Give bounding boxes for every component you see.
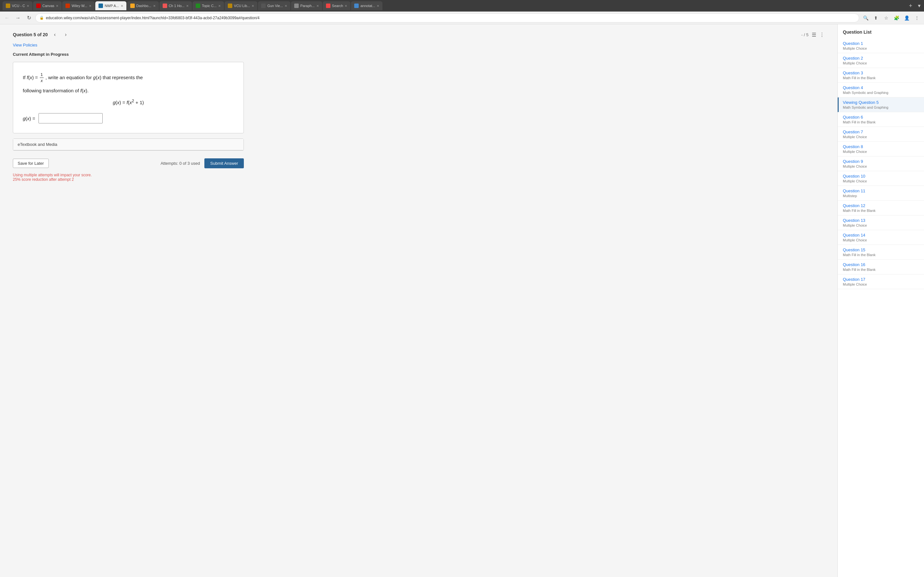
- browser-chrome: VCU - C✕Canvas✕Wiley W...✕NWP A...✕Dashb…: [0, 0, 924, 24]
- sidebar-item-15[interactable]: Question 15Math Fill in the Blank: [838, 245, 924, 259]
- tab-list-button[interactable]: ▼: [917, 3, 921, 8]
- sidebar-item-type-8: Multiple Choice: [843, 150, 919, 153]
- sidebar-item-type-10: Multiple Choice: [843, 179, 919, 183]
- extension-icon-btn[interactable]: 🧩: [892, 13, 901, 23]
- tab-label-gunvie: Gun Vie...: [267, 4, 283, 8]
- profile-icon-btn[interactable]: 👤: [902, 13, 911, 23]
- tab-favicon-canvas: [36, 3, 41, 8]
- sidebar-item-6[interactable]: Question 6Math Fill in the Blank: [838, 112, 924, 127]
- sidebar-item-name-10: Question 10: [843, 174, 919, 179]
- tab-close-search[interactable]: ✕: [344, 4, 347, 8]
- sidebar-item-name-1: Question 1: [843, 41, 919, 46]
- sidebar-item-3[interactable]: Question 3Math Fill in the Blank: [838, 68, 924, 83]
- tab-favicon-gunvie: [261, 3, 266, 8]
- tab-label-ch1ho: Ch 1 Ho...: [169, 4, 185, 8]
- sidebar-item-type-13: Multiple Choice: [843, 223, 919, 227]
- tab-dashbo[interactable]: Dashbo...✕: [127, 1, 159, 10]
- sidebar-item-type-1: Multiple Choice: [843, 47, 919, 50]
- tab-close-dashbo[interactable]: ✕: [153, 4, 156, 8]
- tab-close-nwp[interactable]: ✕: [121, 4, 123, 8]
- sidebar-item-name-15: Question 15: [843, 247, 919, 252]
- save-later-button[interactable]: Save for Later: [13, 159, 49, 168]
- tab-close-annot[interactable]: ✕: [376, 4, 379, 8]
- sidebar-item-5[interactable]: Viewing Question 5Math Symbolic and Grap…: [838, 97, 924, 112]
- tab-nwp[interactable]: NWP A...✕: [95, 1, 126, 10]
- answer-input[interactable]: [39, 113, 103, 123]
- warning-line-2: 25% score reduction after attempt 2: [13, 177, 244, 182]
- sidebar-item-14[interactable]: Question 14Multiple Choice: [838, 230, 924, 245]
- tab-close-topicc[interactable]: ✕: [218, 4, 221, 8]
- more-options-button[interactable]: ⋮: [819, 32, 825, 38]
- next-question-button[interactable]: ›: [62, 31, 69, 39]
- tab-search[interactable]: Search✕: [323, 1, 351, 10]
- sidebar-item-9[interactable]: Question 9Multiple Choice: [838, 156, 924, 171]
- tab-close-paraph[interactable]: ✕: [317, 4, 319, 8]
- new-tab-button[interactable]: +: [906, 1, 915, 10]
- submit-answer-button[interactable]: Submit Answer: [204, 158, 244, 168]
- sidebar-item-type-17: Multiple Choice: [843, 282, 919, 286]
- sidebar-item-2[interactable]: Question 2Multiple Choice: [838, 53, 924, 68]
- math-prefix: If f(x) =: [23, 75, 39, 80]
- list-view-button[interactable]: ☰: [812, 32, 816, 38]
- content-area: Question 5 of 20 ‹ › - / 5 ☰ ⋮ View Poli…: [0, 24, 837, 577]
- lock-icon: 🔒: [39, 16, 44, 20]
- menu-icon-btn[interactable]: ⋮: [913, 13, 921, 23]
- tab-favicon-nwp: [99, 3, 103, 8]
- tab-close-gunvie[interactable]: ✕: [284, 4, 287, 8]
- tab-topicc[interactable]: Topic C...✕: [192, 1, 224, 10]
- sidebar-item-17[interactable]: Question 17Multiple Choice: [838, 274, 924, 289]
- share-icon-btn[interactable]: ⬆: [871, 13, 880, 23]
- tab-annot[interactable]: annotat...✕: [351, 1, 383, 10]
- tab-close-ch1ho[interactable]: ✕: [186, 4, 189, 8]
- forward-button[interactable]: →: [13, 13, 23, 23]
- attempt-banner: Current Attempt in Progress: [13, 52, 825, 57]
- sidebar-item-16[interactable]: Question 16Math Fill in the Blank: [838, 259, 924, 274]
- tab-paraph[interactable]: Paraph...✕: [291, 1, 322, 10]
- sidebar-item-name-8: Question 8: [843, 144, 919, 149]
- sidebar-item-7[interactable]: Question 7Multiple Choice: [838, 127, 924, 142]
- main-layout: Question 5 of 20 ‹ › - / 5 ☰ ⋮ View Poli…: [0, 24, 924, 577]
- sidebar-item-13[interactable]: Question 13Multiple Choice: [838, 215, 924, 230]
- search-icon-btn[interactable]: 🔍: [861, 13, 870, 23]
- view-policies-link[interactable]: View Policies: [13, 43, 37, 47]
- address-bar[interactable]: 🔒 education.wiley.com/was/ui/v2/assessme…: [35, 13, 859, 23]
- bookmark-icon-btn[interactable]: ☆: [882, 13, 891, 23]
- tab-favicon-dashbo: [130, 3, 135, 8]
- back-button[interactable]: ←: [3, 13, 11, 23]
- score-display: - / 5: [801, 32, 809, 37]
- tab-canvas[interactable]: Canvas✕: [33, 1, 61, 10]
- sidebar-item-type-16: Math Fill in the Blank: [843, 268, 919, 271]
- tab-vculib[interactable]: VCU Lib...✕: [225, 1, 257, 10]
- sidebar-item-11[interactable]: Question 11Multistep: [838, 186, 924, 201]
- reload-button[interactable]: ↻: [24, 13, 33, 23]
- sidebar-item-type-11: Multistep: [843, 194, 919, 198]
- sidebar-item-name-12: Question 12: [843, 203, 919, 208]
- tab-close-canvas[interactable]: ✕: [56, 4, 58, 8]
- sidebar-item-name-3: Question 3: [843, 71, 919, 75]
- sidebar-item-10[interactable]: Question 10Multiple Choice: [838, 171, 924, 186]
- tab-favicon-vcu: [6, 3, 10, 8]
- sidebar-item-8[interactable]: Question 8Multiple Choice: [838, 142, 924, 156]
- url-text: education.wiley.com/was/ui/v2/assessment…: [46, 16, 260, 20]
- sidebar-item-type-5: Math Symbolic and Graphing: [843, 105, 919, 109]
- tab-close-vculib[interactable]: ✕: [252, 4, 254, 8]
- tab-close-vcu[interactable]: ✕: [27, 4, 29, 8]
- sidebar-item-4[interactable]: Question 4Math Symbolic and Graphing: [838, 83, 924, 97]
- tab-favicon-search: [326, 3, 330, 8]
- tab-vcu[interactable]: VCU - C✕: [3, 1, 32, 10]
- sidebar-item-name-7: Question 7: [843, 129, 919, 134]
- math-line-2: following transformation of f(x).: [23, 86, 234, 95]
- question-nav-left: Question 5 of 20 ‹ ›: [13, 31, 69, 39]
- sidebar-item-name-6: Question 6: [843, 115, 919, 119]
- tab-wiley[interactable]: Wiley W...✕: [62, 1, 95, 10]
- sidebar-item-1[interactable]: Question 1Multiple Choice: [838, 39, 924, 53]
- sidebar-item-12[interactable]: Question 12Math Fill in the Blank: [838, 201, 924, 215]
- question-title: Question 5 of 20: [13, 32, 48, 37]
- sidebar-item-type-9: Multiple Choice: [843, 164, 919, 168]
- tab-favicon-vculib: [228, 3, 232, 8]
- tab-ch1ho[interactable]: Ch 1 Ho...✕: [160, 1, 192, 10]
- tab-close-wiley[interactable]: ✕: [89, 4, 91, 8]
- prev-question-button[interactable]: ‹: [51, 31, 59, 39]
- tab-gunvie[interactable]: Gun Vie...✕: [258, 1, 290, 10]
- tab-label-vcu: VCU - C: [12, 4, 25, 8]
